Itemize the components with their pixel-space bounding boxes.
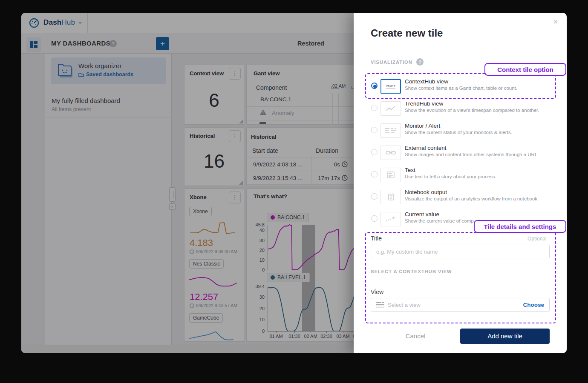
- radio-icon[interactable]: [371, 193, 378, 200]
- option-notebook-output[interactable]: Notebook output Visualize the output of …: [371, 187, 558, 209]
- section-visualization: VISUALIZATION: [371, 60, 412, 65]
- option-trendhub-view[interactable]: TrendHub view Show the evolution of a vi…: [371, 99, 558, 121]
- option-desc: Show the current value of comp: [405, 218, 474, 223]
- option-title: Monitor / Alert: [405, 123, 440, 129]
- radio-icon[interactable]: [371, 127, 378, 133]
- notebook-icon: [380, 190, 401, 204]
- annotation-label-context-option: Context tile option: [484, 63, 566, 76]
- modal-title: Create new tile: [371, 27, 443, 39]
- option-text[interactable]: Text Use text to tell a story about your…: [371, 165, 558, 187]
- option-monitor-alert[interactable]: Monitor / Alert Show the current status …: [371, 121, 558, 143]
- option-external-content[interactable]: External content Show images and content…: [371, 143, 558, 165]
- option-title: Text: [405, 167, 415, 173]
- link-icon: [380, 146, 401, 160]
- annotation-box-tile-details: [365, 232, 556, 323]
- option-desc: Show images and content from other syste…: [405, 152, 539, 157]
- radio-icon[interactable]: [371, 215, 378, 222]
- option-title: TrendHub view: [405, 100, 443, 107]
- option-title: Current value: [405, 211, 439, 217]
- option-title: External content: [405, 145, 447, 151]
- annotation-label-tile-details: Tile details and settings: [474, 220, 566, 233]
- add-new-tile-button[interactable]: Add new tile: [460, 329, 550, 344]
- option-desc: Show the evolution of a view's timespan …: [405, 108, 539, 113]
- option-desc: Visualize the output of an analytics wor…: [405, 196, 539, 201]
- radio-icon[interactable]: [371, 149, 378, 155]
- trend-chart-icon: [380, 101, 401, 116]
- cancel-button[interactable]: Cancel: [392, 329, 439, 344]
- text-block-icon: [380, 168, 401, 182]
- current-value-icon: [380, 212, 401, 226]
- monitor-alert-icon: [380, 123, 401, 138]
- close-icon[interactable]: ×: [553, 17, 558, 27]
- help-icon[interactable]: ?: [416, 58, 424, 66]
- radio-icon[interactable]: [371, 171, 378, 177]
- option-title: Notebook output: [405, 189, 447, 195]
- annotation-box-context-option: [365, 73, 556, 99]
- radio-icon[interactable]: [371, 105, 378, 111]
- option-desc: Use text to tell a story about your proc…: [405, 174, 496, 179]
- option-desc: Show the current status of your monitors…: [405, 130, 512, 135]
